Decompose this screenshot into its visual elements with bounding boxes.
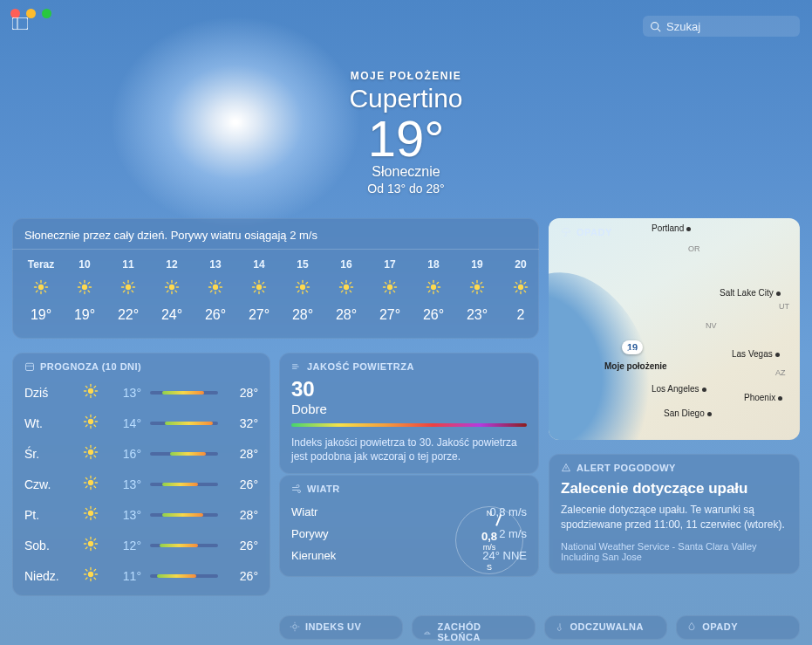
day-name: Wt. [24, 416, 72, 430]
hour-item[interactable]: 20 2 [499, 258, 539, 323]
day-high: 28° [227, 386, 258, 400]
temp-bar [150, 391, 218, 395]
day-low: 12° [110, 539, 141, 552]
ten-day-forecast-card[interactable]: PROGNOZA (10 DNI) Dziś 13° 28° Wt. 14° 3… [12, 353, 270, 596]
svg-point-114 [88, 388, 93, 394]
toggle-sidebar-button[interactable] [12, 17, 28, 30]
air-quality-scale [291, 423, 527, 427]
svg-line-158 [94, 508, 96, 510]
svg-line-165 [94, 547, 96, 549]
svg-line-54 [254, 282, 256, 284]
day-row[interactable]: Dziś 13° 28° [12, 377, 270, 408]
day-name: Śr. [24, 447, 72, 461]
wind-card[interactable]: WIATR Wiatr0,8 m/sPorywy2 m/sKierunek24°… [279, 475, 539, 577]
day-row[interactable]: Sob. 12° 26° [12, 530, 270, 560]
svg-line-81 [385, 282, 386, 284]
svg-line-72 [341, 282, 343, 284]
hour-time: 15 [281, 258, 324, 271]
precipitation-card[interactable]: OPADY [676, 615, 800, 640]
svg-point-58 [300, 285, 305, 290]
uv-index-card[interactable]: INDEKS UV [279, 615, 403, 640]
sunset-card[interactable]: ZACHÓD SŁOŃCA [412, 615, 536, 640]
hour-item[interactable]: 18 26° [412, 258, 455, 323]
air-quality-label: Dobre [279, 401, 539, 423]
map-state-label: NV [706, 321, 717, 330]
sun-icon [412, 279, 455, 298]
hour-temp: 24° [150, 307, 194, 323]
svg-line-66 [306, 282, 308, 284]
day-row[interactable]: Wt. 14° 32° [12, 408, 270, 438]
svg-line-138 [94, 456, 96, 457]
svg-point-40 [213, 285, 218, 290]
temp-bar [150, 422, 218, 425]
svg-line-38 [167, 291, 168, 292]
map-city-label: Salt Lake City [720, 288, 781, 298]
svg-line-93 [437, 282, 439, 284]
hour-item[interactable]: 11 22° [106, 258, 150, 323]
hourly-list[interactable]: Teraz 19° 10 19° 11 22° 12 24° 13 26° 14… [12, 255, 539, 332]
sun-icon [281, 279, 324, 298]
svg-line-156 [94, 517, 96, 518]
svg-line-140 [94, 447, 96, 449]
day-row[interactable]: Pt. 13° 28° [12, 499, 270, 530]
zoom-window-button[interactable] [42, 9, 51, 18]
hour-temp: 26° [412, 307, 455, 323]
air-quality-card[interactable]: JAKOŚĆ POWIETRZA 30 Dobre Indeks jakości… [279, 353, 539, 474]
hour-item[interactable]: Teraz 19° [19, 258, 63, 323]
svg-line-74 [341, 291, 343, 292]
day-row[interactable]: Czw. 13° 26° [12, 469, 270, 499]
day-low: 13° [110, 386, 141, 400]
day-row[interactable]: Niedz. 11° 26° [12, 560, 270, 591]
hour-time: 10 [63, 258, 106, 271]
hour-item[interactable]: 19 23° [455, 258, 499, 323]
day-row[interactable]: Śr. 16° 28° [12, 438, 270, 469]
city-name: Cupertino [0, 84, 812, 113]
map-city-label: Los Angeles [652, 384, 706, 394]
feels-like-card[interactable]: ODCZUWALNA [544, 615, 668, 640]
hour-temp: 22° [106, 307, 150, 323]
svg-line-30 [132, 282, 133, 284]
day-high: 28° [227, 508, 258, 522]
sun-icon [80, 566, 101, 585]
svg-line-148 [85, 486, 87, 488]
svg-line-155 [85, 508, 87, 510]
day-low: 14° [110, 416, 141, 430]
hour-item[interactable]: 13 26° [194, 258, 237, 323]
current-temperature: 19° [0, 113, 812, 164]
svg-line-108 [515, 282, 517, 284]
svg-line-122 [94, 386, 96, 388]
condition-text: Słonecznie [0, 164, 812, 180]
wind-compass: NS 0,8m/s [455, 506, 523, 574]
search-field[interactable]: Szukaj [643, 16, 800, 37]
svg-line-120 [94, 395, 96, 396]
hour-item[interactable]: 12 24° [150, 258, 194, 323]
day-name: Czw. [24, 477, 72, 491]
svg-line-139 [85, 456, 87, 457]
svg-point-123 [88, 419, 93, 424]
svg-line-121 [85, 395, 87, 396]
hour-item[interactable]: 15 28° [281, 258, 324, 323]
map-state-label: OR [688, 244, 700, 253]
my-location-pin[interactable]: 19 [622, 340, 643, 354]
hourly-forecast-card[interactable]: Słonecznie przez cały dzień. Porywy wiat… [12, 218, 539, 339]
precipitation-map-card[interactable]: OPADY PortlandSalt Lake CityLas VegasLos… [549, 218, 800, 440]
svg-line-128 [85, 416, 87, 418]
svg-line-137 [85, 447, 87, 449]
air-quality-desc: Indeks jakości powietrza to 30. Jakość p… [279, 436, 539, 463]
svg-point-76 [387, 285, 392, 290]
sun-icon [194, 279, 237, 298]
weather-alert-card[interactable]: ALERT POGODOWY Zalecenie dotyczące upału… [549, 454, 800, 574]
sun-icon [19, 279, 63, 298]
hour-time: 12 [150, 258, 194, 271]
svg-line-110 [515, 291, 517, 292]
sun-icon [80, 536, 101, 554]
hour-item[interactable]: 16 28° [324, 258, 368, 323]
hour-item[interactable]: 17 27° [368, 258, 412, 323]
hour-item[interactable]: 14 27° [237, 258, 281, 323]
hour-item[interactable]: 10 19° [63, 258, 106, 323]
svg-line-64 [306, 291, 308, 292]
svg-line-157 [85, 517, 87, 518]
svg-line-83 [385, 291, 386, 292]
temp-bar [150, 544, 218, 547]
svg-rect-112 [26, 363, 34, 370]
